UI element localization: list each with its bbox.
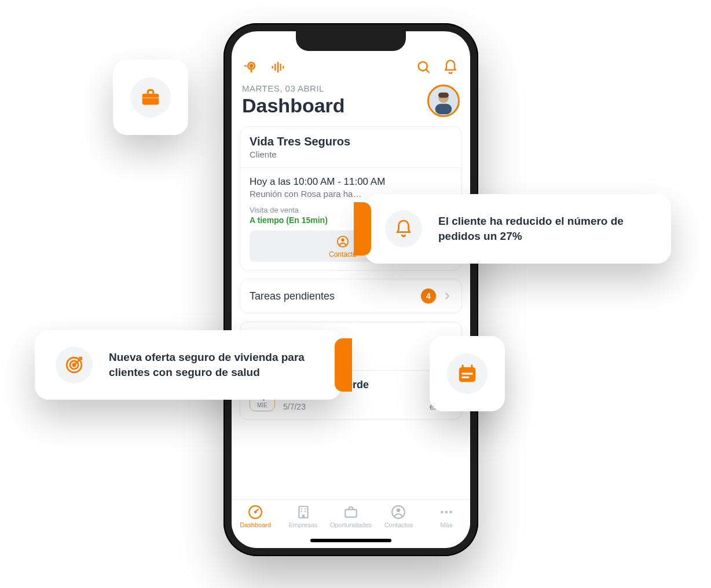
logo-icon[interactable] [242,58,261,76]
wave-icon[interactable] [269,58,287,76]
pending-count: 4 [421,288,436,304]
svg-point-24 [397,509,401,513]
svg-rect-10 [435,104,452,114]
pending-label: Tareas pendientes [250,290,415,302]
float-briefcase-card [113,60,188,135]
svg-point-27 [449,511,452,513]
svg-rect-35 [462,364,464,369]
briefcase-icon [130,77,171,118]
dashboard-header: MARTES, 03 ABRIL Dashboard [232,76,470,122]
task-date: 5/7/23 [283,402,422,411]
svg-point-15 [254,511,256,513]
notch [296,31,406,51]
svg-point-1 [250,65,252,67]
offer-message: Nueva oferta seguro de vivienda para cli… [109,350,321,379]
svg-rect-38 [462,377,470,378]
svg-rect-4 [277,62,278,73]
chip-label: Contacto [329,250,357,258]
client-relation: Cliente [250,149,452,159]
orange-stripe [335,338,352,392]
svg-rect-3 [274,64,276,71]
pending-tasks-row[interactable]: Tareas pendientes 4 [240,279,462,313]
search-icon[interactable] [415,58,433,76]
meeting-time: Hoy a las 10:00 AM - 11:00 AM [250,176,452,188]
svg-rect-22 [345,510,357,517]
page-title: Dashboard [242,94,427,117]
svg-point-7 [419,62,427,71]
screen: MARTES, 03 ABRIL Dashboard Vida Tres Seg… [232,31,470,548]
float-alert-card: El cliente ha reducido el número de pedi… [364,194,671,264]
svg-rect-2 [272,66,273,69]
target-icon [56,346,93,384]
svg-point-25 [441,511,443,513]
calendar-icon [447,353,488,394]
svg-rect-20 [305,511,306,512]
gauge-icon [248,505,263,520]
client-name: Vida Tres Seguros [250,135,452,148]
content: Vida Tres Seguros Cliente Hoy a las 10:0… [232,122,470,499]
float-calendar-card [430,336,505,411]
svg-rect-17 [300,509,302,510]
briefcase-icon [343,505,358,520]
nav-more[interactable]: Más [423,505,470,548]
bell-icon[interactable] [441,58,460,76]
bell-icon [385,210,422,247]
svg-rect-5 [280,64,281,71]
float-offer-card: Nueva oferta seguro de vivienda para cli… [35,330,342,400]
avatar[interactable] [427,85,460,117]
svg-point-13 [341,239,344,242]
svg-rect-18 [305,509,306,510]
orange-stripe [354,202,371,255]
svg-rect-28 [142,94,159,105]
svg-rect-29 [142,97,159,98]
svg-rect-37 [462,372,473,374]
svg-rect-11 [438,93,449,98]
nav-dashboard[interactable]: Dashboard [232,505,279,548]
building-icon [296,505,311,520]
svg-point-26 [445,511,448,513]
chevron-right-icon [442,291,452,301]
user-icon [336,235,349,248]
svg-rect-21 [302,514,304,517]
more-icon [439,505,454,520]
alert-message: El cliente ha reducido el número de pedi… [438,214,650,243]
header-date: MARTES, 03 ABRIL [242,83,427,93]
svg-rect-6 [283,66,284,69]
home-indicator [310,539,391,542]
svg-rect-36 [471,364,472,369]
user-icon [391,505,406,520]
phone-frame: MARTES, 03 ABRIL Dashboard Vida Tres Seg… [223,23,478,556]
svg-rect-19 [300,511,302,512]
